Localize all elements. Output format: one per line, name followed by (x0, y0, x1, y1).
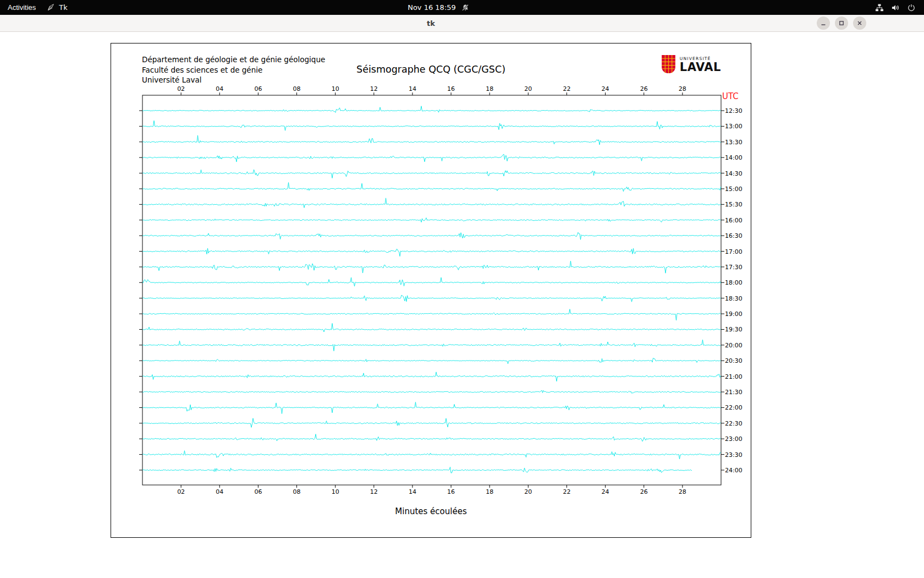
svg-text:02: 02 (177, 488, 185, 495)
svg-text:17:30: 17:30 (725, 264, 743, 271)
svg-text:15:30: 15:30 (725, 201, 743, 208)
svg-text:28: 28 (679, 488, 686, 495)
svg-text:18:00: 18:00 (725, 279, 743, 286)
svg-text:17:00: 17:00 (725, 248, 743, 255)
svg-text:08: 08 (293, 85, 301, 92)
svg-text:UTC: UTC (722, 91, 739, 101)
system-status-area[interactable] (875, 0, 924, 15)
svg-text:23:30: 23:30 (725, 451, 743, 459)
window-content: Département de géologie et de génie géol… (0, 32, 924, 578)
svg-text:10: 10 (332, 85, 339, 92)
seismic-traces (142, 106, 721, 473)
svg-text:21:00: 21:00 (725, 373, 743, 380)
svg-text:26: 26 (640, 85, 648, 92)
svg-text:19:30: 19:30 (725, 326, 743, 333)
clock-button[interactable]: Nov 16 18:59 (408, 0, 469, 15)
plot-axes: 0202040406060808101012121414161618182020… (139, 85, 743, 495)
svg-text:18: 18 (486, 85, 493, 92)
power-icon (908, 4, 915, 12)
svg-text:16: 16 (447, 85, 455, 92)
svg-text:13:30: 13:30 (725, 139, 743, 146)
tk-app-icon (47, 3, 55, 12)
window-titlebar[interactable]: tk (0, 15, 924, 32)
close-button[interactable] (853, 17, 866, 30)
svg-text:16:30: 16:30 (725, 232, 743, 239)
svg-text:14: 14 (409, 85, 416, 92)
svg-text:14:30: 14:30 (725, 170, 743, 177)
network-icon (875, 4, 884, 12)
svg-text:22:00: 22:00 (725, 404, 743, 411)
svg-text:23:00: 23:00 (725, 435, 743, 443)
svg-text:28: 28 (679, 85, 686, 92)
svg-text:15:00: 15:00 (725, 186, 743, 193)
svg-text:26: 26 (640, 488, 648, 495)
window-controls (817, 17, 866, 30)
svg-text:14:00: 14:00 (725, 154, 743, 161)
svg-text:12:30: 12:30 (725, 107, 743, 114)
svg-text:20: 20 (524, 85, 532, 92)
top-bar: Activities Tk Nov 16 18:59 (0, 0, 924, 15)
svg-text:22:30: 22:30 (725, 420, 743, 427)
svg-text:20: 20 (524, 488, 532, 495)
svg-text:12: 12 (370, 488, 378, 495)
activities-button[interactable]: Activities (8, 3, 36, 12)
window-title: tk (427, 19, 435, 28)
svg-text:16: 16 (447, 488, 455, 495)
svg-text:24: 24 (602, 85, 609, 92)
volume-icon (892, 4, 900, 12)
seismograph-plot: 0202040406060808101012121414161618182020… (111, 43, 752, 538)
svg-text:04: 04 (216, 85, 223, 92)
svg-text:22: 22 (563, 85, 570, 92)
minimize-button[interactable] (817, 17, 830, 30)
svg-text:13:00: 13:00 (725, 123, 743, 130)
svg-text:16:00: 16:00 (725, 217, 743, 224)
svg-text:06: 06 (254, 85, 262, 92)
svg-text:19:00: 19:00 (725, 310, 743, 318)
svg-text:12: 12 (370, 85, 378, 92)
svg-text:18:30: 18:30 (725, 295, 743, 302)
svg-text:24: 24 (602, 488, 609, 495)
seismograph-frame: Département de géologie et de génie géol… (111, 43, 751, 538)
svg-text:14: 14 (409, 488, 416, 495)
svg-text:20:30: 20:30 (725, 357, 743, 364)
focused-app-menu[interactable]: Tk (47, 3, 67, 12)
svg-text:10: 10 (332, 488, 339, 495)
clock-label: Nov 16 18:59 (408, 3, 456, 12)
svg-text:06: 06 (254, 488, 262, 495)
focused-app-label: Tk (59, 3, 67, 12)
notifications-muted-icon (461, 4, 469, 12)
svg-text:18: 18 (486, 488, 493, 495)
svg-text:20:00: 20:00 (725, 342, 743, 349)
svg-text:24:00: 24:00 (725, 467, 743, 474)
x-axis-label: Minutes écoulées (111, 506, 751, 516)
svg-text:08: 08 (293, 488, 301, 495)
maximize-button[interactable] (835, 17, 848, 30)
svg-text:22: 22 (563, 488, 570, 495)
svg-text:02: 02 (177, 85, 185, 92)
svg-text:21:30: 21:30 (725, 389, 743, 396)
svg-text:04: 04 (216, 488, 223, 495)
